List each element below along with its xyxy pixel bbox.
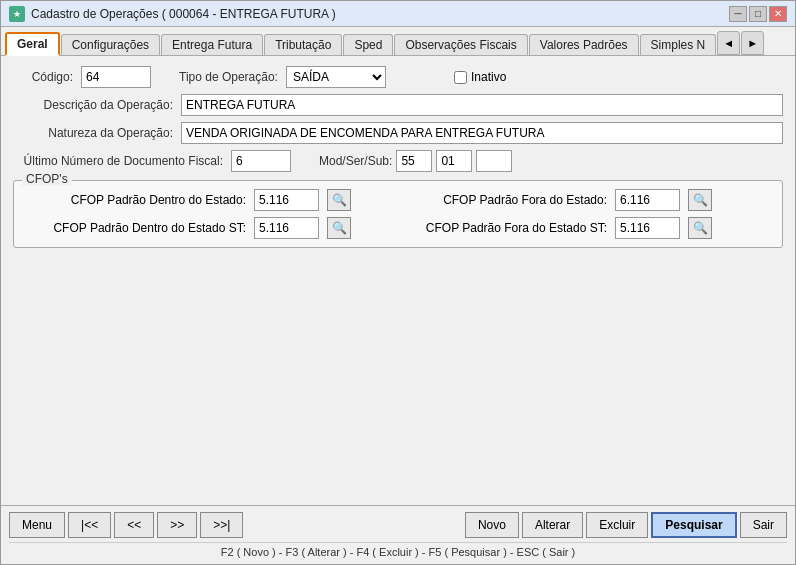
shortcuts-text: F2 ( Novo ) - F3 ( Alterar ) - F4 ( Excl…	[221, 546, 576, 558]
menu-button[interactable]: Menu	[9, 512, 65, 538]
natureza-input[interactable]	[181, 122, 783, 144]
inativo-label: Inativo	[471, 70, 506, 84]
mod-ser-area: Mod/Ser/Sub:	[319, 150, 512, 172]
tab-observacoes[interactable]: Observações Fiscais	[394, 34, 527, 55]
maximize-button[interactable]: □	[749, 6, 767, 22]
codigo-label: Código:	[13, 70, 73, 84]
fora-estado-search-btn[interactable]: 🔍	[688, 189, 712, 211]
tabs-bar: Geral Configurações Entrega Futura Tribu…	[1, 27, 795, 56]
ultimo-numero-label: Último Número de Documento Fiscal:	[13, 154, 223, 168]
next-button[interactable]: >>	[157, 512, 197, 538]
dentro-estado-input[interactable]	[254, 189, 319, 211]
pesquisar-button[interactable]: Pesquisar	[651, 512, 736, 538]
ultimo-numero-input[interactable]	[231, 150, 291, 172]
tab-valores[interactable]: Valores Padrões	[529, 34, 639, 55]
tab-configuracoes[interactable]: Configurações	[61, 34, 160, 55]
row-natureza: Natureza da Operação:	[13, 122, 783, 144]
inativo-area: Inativo	[454, 70, 506, 84]
bottom-bar: Menu |<< << >> >>| Novo Alterar Excluir …	[1, 505, 795, 564]
fora-estado-input[interactable]	[615, 189, 680, 211]
alterar-button[interactable]: Alterar	[522, 512, 583, 538]
dentro-estado-search-btn[interactable]: 🔍	[327, 189, 351, 211]
codigo-input[interactable]	[81, 66, 151, 88]
descricao-label: Descrição da Operação:	[13, 98, 173, 112]
content-area: Código: Tipo de Operação: SAÍDA ENTRADA …	[1, 56, 795, 505]
close-button[interactable]: ✕	[769, 6, 787, 22]
shortcut-bar: F2 ( Novo ) - F3 ( Alterar ) - F4 ( Excl…	[9, 542, 787, 558]
tab-sped[interactable]: Sped	[343, 34, 393, 55]
last-button[interactable]: >>|	[200, 512, 243, 538]
tab-simples[interactable]: Simples N	[640, 34, 717, 55]
title-bar: ★ Cadastro de Operações ( 000064 - ENTRE…	[1, 1, 795, 27]
dentro-estado-st-input[interactable]	[254, 217, 319, 239]
app-icon: ★	[9, 6, 25, 22]
fora-estado-st-label: CFOP Padrão Fora do Estado ST:	[387, 221, 607, 235]
prev-button[interactable]: <<	[114, 512, 154, 538]
dentro-estado-label: CFOP Padrão Dentro do Estado:	[26, 193, 246, 207]
inativo-checkbox[interactable]	[454, 71, 467, 84]
tipo-operacao-select[interactable]: SAÍDA ENTRADA	[286, 66, 386, 88]
novo-button[interactable]: Novo	[465, 512, 519, 538]
tab-geral[interactable]: Geral	[5, 32, 60, 56]
fora-estado-st-search-btn[interactable]: 🔍	[688, 217, 712, 239]
row-ultimo-numero: Último Número de Documento Fiscal: Mod/S…	[13, 150, 783, 172]
window-title: Cadastro de Operações ( 000064 - ENTREGA…	[31, 7, 336, 21]
minimize-button[interactable]: ─	[729, 6, 747, 22]
cfop-row-2: CFOP Padrão Dentro do Estado ST: 🔍 CFOP …	[26, 217, 770, 239]
fora-estado-label: CFOP Padrão Fora do Estado:	[387, 193, 607, 207]
row-descricao: Descrição da Operação:	[13, 94, 783, 116]
nav-buttons: Menu |<< << >> >>| Novo Alterar Excluir …	[9, 512, 787, 538]
cfop-row-1: CFOP Padrão Dentro do Estado: 🔍 CFOP Pad…	[26, 189, 770, 211]
tab-entrega-futura[interactable]: Entrega Futura	[161, 34, 263, 55]
row-codigo: Código: Tipo de Operação: SAÍDA ENTRADA …	[13, 66, 783, 88]
dentro-estado-st-search-btn[interactable]: 🔍	[327, 217, 351, 239]
excluir-button[interactable]: Excluir	[586, 512, 648, 538]
tab-nav-right[interactable]: ►	[741, 31, 764, 55]
tipo-operacao-label: Tipo de Operação:	[179, 70, 278, 84]
descricao-input[interactable]	[181, 94, 783, 116]
main-window: ★ Cadastro de Operações ( 000064 - ENTRE…	[0, 0, 796, 565]
sair-button[interactable]: Sair	[740, 512, 787, 538]
nav-center: Novo Alterar Excluir Pesquisar Sair	[465, 512, 787, 538]
tab-tributacao[interactable]: Tributação	[264, 34, 342, 55]
first-button[interactable]: |<<	[68, 512, 111, 538]
fora-estado-st-input[interactable]	[615, 217, 680, 239]
tab-nav-left[interactable]: ◄	[717, 31, 740, 55]
natureza-label: Natureza da Operação:	[13, 126, 173, 140]
mod-input[interactable]	[396, 150, 432, 172]
ser-input[interactable]	[436, 150, 472, 172]
mod-ser-sub-label: Mod/Ser/Sub:	[319, 154, 392, 168]
sub-input[interactable]	[476, 150, 512, 172]
cfops-group: CFOP's CFOP Padrão Dentro do Estado: 🔍 C…	[13, 180, 783, 248]
dentro-estado-st-label: CFOP Padrão Dentro do Estado ST:	[26, 221, 246, 235]
cfops-group-title: CFOP's	[22, 172, 72, 186]
nav-left: Menu |<< << >> >>|	[9, 512, 243, 538]
title-bar-buttons: ─ □ ✕	[729, 6, 787, 22]
